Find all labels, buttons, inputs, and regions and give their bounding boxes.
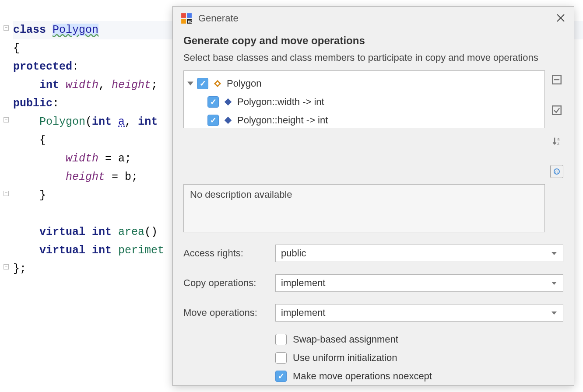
uniform-checkbox-row[interactable]: Use uniform initialization bbox=[275, 352, 563, 364]
dialog-description: Select base classes and class members to… bbox=[183, 52, 563, 63]
svg-text:c: c bbox=[555, 169, 558, 174]
checkbox-label: Use uniform initialization bbox=[293, 352, 397, 364]
fold-icon[interactable]: − bbox=[4, 191, 9, 196]
editor-gutter: − − − − bbox=[0, 0, 11, 392]
move-operations-select[interactable]: implement bbox=[275, 304, 563, 322]
access-rights-label: Access rights: bbox=[183, 248, 275, 259]
close-icon[interactable] bbox=[555, 13, 566, 23]
field-icon bbox=[223, 116, 233, 125]
checkbox-label: Make move operations noexcept bbox=[293, 371, 432, 382]
svg-rect-2 bbox=[181, 19, 186, 24]
fold-icon[interactable]: − bbox=[4, 25, 9, 31]
tree-member[interactable]: ✓ Polygon::height -> int bbox=[186, 111, 542, 128]
tree-label: Polygon::height -> int bbox=[237, 115, 328, 126]
tree-label: Polygon bbox=[227, 78, 262, 89]
checkbox-label: Swap-based assignment bbox=[293, 334, 398, 345]
svg-rect-1 bbox=[187, 13, 192, 18]
sort-icon[interactable]: az bbox=[550, 134, 563, 147]
dialog-heading: Generate copy and move operations bbox=[183, 35, 563, 47]
svg-marker-7 bbox=[187, 82, 193, 86]
noexcept-checkbox-row[interactable]: ✓ Make move operations noexcept bbox=[275, 371, 563, 382]
tree-label: Polygon::width -> int bbox=[237, 96, 324, 108]
filter-icon[interactable]: c bbox=[550, 165, 563, 178]
chevron-down-icon[interactable] bbox=[186, 80, 194, 88]
move-operations-label: Move operations: bbox=[183, 307, 275, 318]
description-panel: No description available bbox=[183, 184, 545, 232]
fold-icon[interactable]: − bbox=[4, 264, 9, 270]
rider-logo-icon: RD bbox=[181, 13, 192, 24]
checkbox-unchecked[interactable] bbox=[275, 352, 287, 364]
chevron-down-icon bbox=[551, 309, 558, 316]
svg-marker-11 bbox=[225, 117, 232, 124]
fold-icon[interactable]: − bbox=[4, 117, 9, 122]
access-rights-select[interactable]: public bbox=[275, 245, 563, 262]
field-icon bbox=[223, 97, 233, 107]
checkbox-checked[interactable]: ✓ bbox=[275, 371, 287, 382]
copy-operations-select[interactable]: implement bbox=[275, 274, 563, 292]
tree-member[interactable]: ✓ Polygon::width -> int bbox=[186, 93, 542, 111]
svg-marker-21 bbox=[551, 282, 557, 285]
class-icon bbox=[213, 79, 222, 88]
chevron-down-icon bbox=[551, 250, 558, 257]
collapse-all-icon[interactable] bbox=[550, 73, 563, 86]
checkbox-checked[interactable]: ✓ bbox=[197, 78, 208, 89]
swap-checkbox-row[interactable]: Swap-based assignment bbox=[275, 334, 563, 345]
checkbox-checked[interactable]: ✓ bbox=[207, 115, 219, 126]
dialog-title: Generate bbox=[198, 13, 239, 24]
member-tree[interactable]: ✓ Polygon ✓ Polygon::width -> int ✓ Poly… bbox=[183, 70, 545, 128]
svg-marker-22 bbox=[551, 312, 557, 315]
generate-dialog: RD Generate Generate copy and move opera… bbox=[172, 6, 574, 386]
tree-root[interactable]: ✓ Polygon bbox=[186, 74, 542, 93]
svg-rect-0 bbox=[181, 13, 186, 18]
svg-text:RD: RD bbox=[188, 20, 192, 24]
checkbox-unchecked[interactable] bbox=[275, 334, 287, 345]
svg-text:z: z bbox=[557, 141, 559, 146]
select-all-icon[interactable] bbox=[550, 104, 563, 117]
tree-side-toolbar: az c bbox=[550, 70, 563, 178]
svg-marker-20 bbox=[551, 252, 557, 255]
dialog-header: RD Generate bbox=[173, 7, 574, 30]
copy-operations-label: Copy operations: bbox=[183, 277, 275, 289]
svg-marker-10 bbox=[225, 98, 232, 106]
chevron-down-icon bbox=[551, 280, 558, 287]
checkbox-checked[interactable]: ✓ bbox=[207, 96, 219, 108]
svg-rect-14 bbox=[552, 106, 561, 115]
